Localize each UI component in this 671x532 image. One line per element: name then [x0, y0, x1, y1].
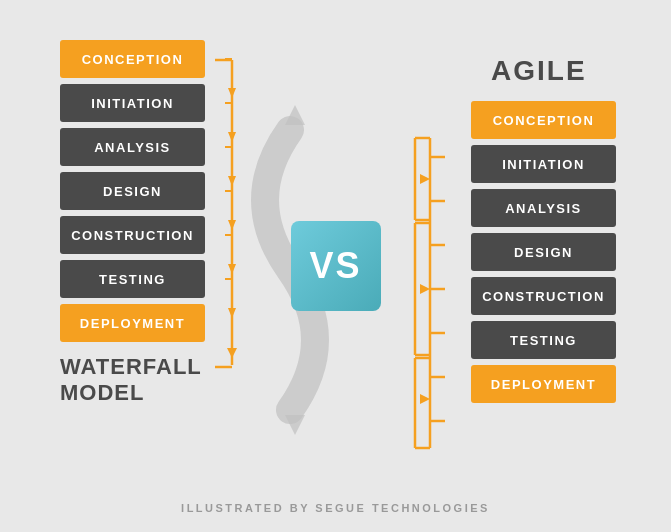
waterfall-steps-list: CONCEPTIONINITIATIONANALYSISDESIGNCONSTR… — [60, 40, 205, 342]
agile-step-initiation: INITIATION — [471, 145, 616, 183]
waterfall-step-construction: CONSTRUCTION — [60, 216, 205, 254]
svg-marker-29 — [420, 174, 430, 184]
agile-step-construction: CONSTRUCTION — [471, 277, 616, 315]
waterfall-step-deployment: DEPLOYMENT — [60, 304, 205, 342]
waterfall-step-analysis: ANALYSIS — [60, 128, 205, 166]
svg-marker-8 — [227, 348, 237, 358]
svg-marker-10 — [228, 88, 236, 98]
footer: ILLUSTRATED BY SEGUE TECHNOLOGIES — [0, 502, 671, 514]
svg-marker-15 — [228, 308, 236, 318]
waterfall-step-testing: TESTING — [60, 260, 205, 298]
svg-marker-16 — [285, 415, 305, 435]
waterfall-step-initiation: INITIATION — [60, 84, 205, 122]
svg-marker-33 — [420, 284, 430, 294]
svg-marker-14 — [228, 264, 236, 274]
svg-marker-17 — [285, 105, 305, 125]
svg-marker-11 — [228, 132, 236, 142]
waterfall-section: CONCEPTIONINITIATIONANALYSISDESIGNCONSTR… — [60, 40, 205, 407]
agile-section: AGILE CONCEPTIONINITIATIONANALYSISDESIGN… — [471, 55, 616, 403]
svg-marker-12 — [228, 176, 236, 186]
vs-box: VS — [291, 221, 381, 311]
agile-step-analysis: ANALYSIS — [471, 189, 616, 227]
svg-marker-37 — [420, 394, 430, 404]
agile-step-design: DESIGN — [471, 233, 616, 271]
agile-steps-list: CONCEPTIONINITIATIONANALYSISDESIGNCONSTR… — [471, 101, 616, 403]
agile-step-deployment: DEPLOYMENT — [471, 365, 616, 403]
svg-marker-13 — [228, 220, 236, 230]
waterfall-step-conception: CONCEPTION — [60, 40, 205, 78]
agile-title: AGILE — [491, 55, 587, 87]
agile-step-conception: CONCEPTION — [471, 101, 616, 139]
waterfall-title: WATERFALL MODEL — [60, 354, 202, 407]
agile-step-testing: TESTING — [471, 321, 616, 359]
main-container: CONCEPTIONINITIATIONANALYSISDESIGNCONSTR… — [0, 0, 671, 532]
waterfall-step-design: DESIGN — [60, 172, 205, 210]
vs-section: VS — [291, 221, 381, 311]
